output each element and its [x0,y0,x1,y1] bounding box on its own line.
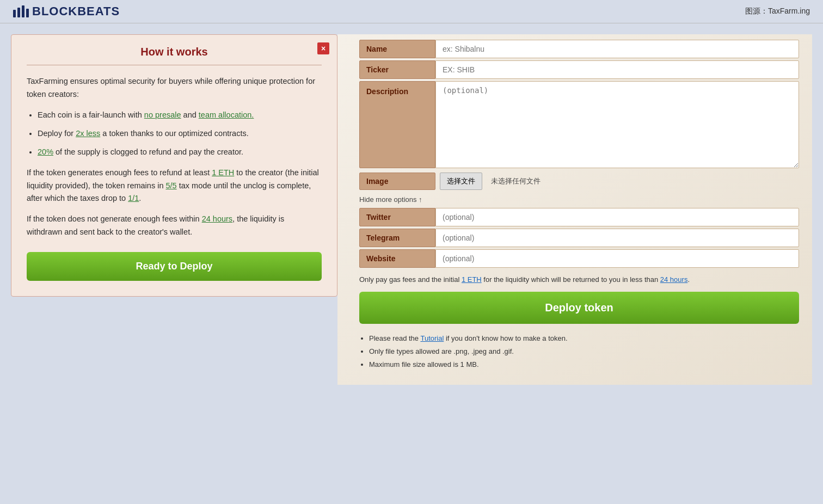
no-presale-link[interactable]: no presale [144,110,181,119]
telegram-input[interactable] [435,229,799,247]
logo-text: BLOCKBEATS [32,4,120,19]
close-button[interactable]: × [317,42,329,54]
description-row: Description [359,81,799,168]
header: BLOCKBEATS 图源：TaxFarm.ing [0,0,823,23]
intro-text: TaxFarming ensures optimal security for … [27,75,322,101]
panel-title: How it works [27,46,322,58]
name-label: Name [359,40,435,58]
header-source: 图源：TaxFarm.ing [745,7,810,16]
ready-to-deploy-button[interactable]: Ready to Deploy [27,252,322,281]
description-input[interactable] [435,81,799,168]
note-2: Only file types allowed are .png, .jpeg … [369,346,799,358]
bullets-list: Each coin is a fair-launch with no presa… [38,109,322,159]
bullet-3: 20% of the supply is clogged to refund a… [38,146,322,159]
logo-bar-2 [17,8,20,17]
info-text: Only pay gas fees and the initial 1 ETH … [359,274,799,285]
name-input[interactable] [435,40,799,58]
description-label: Description [359,81,435,168]
note-3: Maximum file size allowed is 1 MB. [369,359,799,371]
ticker-label: Ticker [359,60,435,79]
website-input[interactable] [435,249,799,268]
panel-divider [27,65,322,65]
twitter-label: Twitter [359,208,435,226]
logo-icon [13,5,29,17]
right-panel: Name Ticker Description Image 选择文件 未选择任何… [337,34,812,385]
bullet-2: Deploy for 2x less a token thanks to our… [38,127,322,140]
logo: BLOCKBEATS [13,4,120,19]
deploy-token-button[interactable]: Deploy token [359,292,799,324]
twitter-row: Twitter [359,208,799,226]
main-container: × How it works TaxFarming ensures optima… [0,23,823,491]
para-2: If the token does not generate enough fe… [27,213,322,239]
20-percent-link[interactable]: 20% [38,147,53,156]
tutorial-link[interactable]: Tutorial [420,334,444,342]
24-hours-info-link[interactable]: 24 hours [660,275,688,284]
no-file-label: 未选择任何文件 [491,176,541,186]
ticker-input[interactable] [435,60,799,79]
1-eth-info-link[interactable]: 1 ETH [462,275,482,284]
5-5-link[interactable]: 5/5 [166,181,177,190]
1-1-link[interactable]: 1/1 [128,194,139,202]
logo-bar-4 [26,9,29,17]
telegram-label: Telegram [359,229,435,247]
image-label: Image [359,173,435,190]
left-panel: × How it works TaxFarming ensures optima… [11,34,337,297]
name-row: Name [359,40,799,58]
choose-file-button[interactable]: 选择文件 [440,173,482,190]
image-row: Image 选择文件 未选择任何文件 [359,173,799,190]
logo-bar-3 [22,5,24,17]
note-1: Please read the Tutorial if you don't kn… [369,333,799,345]
para-1: If the token generates enough fees to re… [27,167,322,206]
logo-bar-1 [13,10,16,17]
ticker-row: Ticker [359,60,799,79]
24-hours-link[interactable]: 24 hours [202,214,232,223]
bullet-1: Each coin is a fair-launch with no presa… [38,109,322,122]
twitter-input[interactable] [435,208,799,226]
panel-body: TaxFarming ensures optimal security for … [27,75,322,239]
telegram-row: Telegram [359,229,799,247]
bottom-notes: Please read the Tutorial if you don't kn… [359,333,799,371]
notes-list: Please read the Tutorial if you don't kn… [369,333,799,371]
2x-less-link[interactable]: 2x less [76,129,100,138]
1-eth-link-1[interactable]: 1 ETH [212,168,234,177]
hide-options-toggle[interactable]: Hide more options ↑ [359,195,799,204]
team-allocation-link[interactable]: team allocation. [199,110,254,119]
website-row: Website [359,249,799,268]
website-label: Website [359,249,435,268]
